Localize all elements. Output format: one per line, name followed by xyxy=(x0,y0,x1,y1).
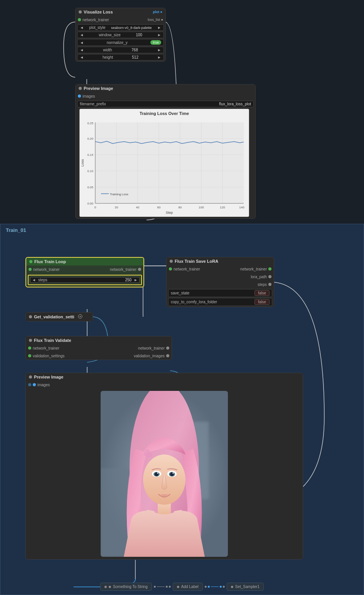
filename-prefix-field: filename_prefix flux_lora_loss_plot xyxy=(77,101,254,107)
connector-dots-2 xyxy=(203,586,227,588)
preview-image-title: Preview Image xyxy=(34,375,63,379)
something-to-string-label: Something To String xyxy=(113,585,148,589)
steps-decrease[interactable]: ◄ xyxy=(32,278,36,282)
connector-dots-1 xyxy=(152,586,173,588)
get-validation-node: Get_validation_setti + xyxy=(25,312,93,321)
svg-point-42 xyxy=(157,472,158,474)
flux-train-save-lora-node: Flux Train Save LoRA network_trainer net… xyxy=(166,257,274,307)
set-sampler1-node: Set_Sampler1 xyxy=(227,583,264,591)
flux-save-lora-title: Flux Train Save LoRA xyxy=(175,259,218,264)
flux-train-validate-node: Flux Train Validate network_trainer netw… xyxy=(25,336,172,360)
height-field: ◄ height 512 ► xyxy=(77,54,164,61)
svg-text:0.05: 0.05 xyxy=(87,186,93,189)
bottom-nodes-bar: Something To String Add Label Set_Sample… xyxy=(100,583,264,591)
normalize-y-field: ◄ normalize_y true xyxy=(77,39,164,46)
preview-generated-image xyxy=(101,391,228,557)
chart-svg: 0.00 0.05 0.10 0.15 0.20 0.25 0 20 40 60… xyxy=(80,117,249,219)
validate-settings-row: validation_settings validation_images xyxy=(26,352,172,360)
save-lora-path-row: lora_path xyxy=(167,273,274,281)
preview-image-svg xyxy=(101,391,228,557)
steps-increase[interactable]: ► xyxy=(134,278,138,282)
network-trainer-row: network_trainer loss_list ● xyxy=(76,16,165,24)
train-01-panel: Train_01 Flux Train Loop network_trainer… xyxy=(0,224,364,595)
svg-point-46 xyxy=(172,472,174,474)
svg-text:140: 140 xyxy=(239,206,244,209)
visualize-loss-node: Visualize Loss plot ● network_trainer lo… xyxy=(75,8,166,62)
save-image-header: Preview Image xyxy=(76,85,255,92)
svg-text:0.25: 0.25 xyxy=(87,122,93,125)
flux-train-loop-title: Flux Train Loop xyxy=(34,259,66,264)
flux-train-loop-node: Flux Train Loop network_trainer network_… xyxy=(25,257,144,287)
expand-icon[interactable]: + xyxy=(78,314,83,319)
flux-train-loop-header: Flux Train Loop xyxy=(26,258,143,265)
save-state-field: save_state false xyxy=(168,289,272,297)
add-label-node: Add Label xyxy=(173,583,203,591)
save-lora-steps-row: steps xyxy=(167,281,274,288)
steps-value: 250 xyxy=(125,278,131,282)
svg-text:0.10: 0.10 xyxy=(87,169,93,173)
add-label-label: Add Label xyxy=(181,585,199,589)
preview-image-header: Preview Image xyxy=(26,373,303,381)
svg-text:120: 120 xyxy=(220,206,225,209)
save-image-title: Preview Image xyxy=(84,86,113,91)
visualize-loss-title: Visualize Loss xyxy=(84,10,113,14)
steps-label: steps xyxy=(38,278,123,282)
panel-title: Train_01 xyxy=(6,227,26,233)
flux-validate-title: Flux Train Validate xyxy=(34,338,71,343)
something-to-string-node: Something To String xyxy=(100,583,152,591)
svg-text:Loss: Loss xyxy=(81,159,84,167)
window-size-field: ◄ window_size 100 ► xyxy=(77,32,164,38)
plot-style-field: ◄ plot_style seaborn-v0_8-dark-palette ► xyxy=(77,24,164,31)
svg-text:20: 20 xyxy=(115,206,118,209)
preview-image-node: Preview Image images xyxy=(25,373,303,560)
steps-highlighted-field: ◄ steps 250 ► xyxy=(28,275,142,285)
chart-title: Training Loss Over Time xyxy=(80,109,249,117)
visualize-loss-header: Visualize Loss plot ● xyxy=(76,8,165,16)
svg-text:0.00: 0.00 xyxy=(87,202,93,205)
save-image-node: Preview Image images filename_prefix flu… xyxy=(75,84,256,219)
validate-network-row: network_trainer network_trainer xyxy=(26,344,172,352)
svg-text:+: + xyxy=(79,315,81,318)
save-lora-network-row: network_trainer network_trainer xyxy=(167,265,274,273)
images-row: images xyxy=(76,92,255,100)
width-field: ◄ width 768 ► xyxy=(77,47,164,53)
svg-text:100: 100 xyxy=(199,206,204,209)
svg-text:0.20: 0.20 xyxy=(87,137,93,140)
flux-save-lora-header: Flux Train Save LoRA xyxy=(167,257,274,265)
top-section: Visualize Loss plot ● network_trainer lo… xyxy=(0,0,364,224)
svg-text:60: 60 xyxy=(157,206,161,209)
get-validation-header: Get_validation_setti + xyxy=(26,313,93,321)
get-validation-title: Get_validation_setti xyxy=(34,314,74,319)
svg-rect-0 xyxy=(95,122,244,203)
svg-text:Training Loss: Training Loss xyxy=(110,193,128,196)
svg-text:80: 80 xyxy=(179,206,182,209)
svg-text:Step: Step xyxy=(166,211,173,215)
flux-validate-header: Flux Train Validate xyxy=(26,336,172,344)
steps-stepper[interactable]: ◄ steps 250 ► xyxy=(30,277,140,283)
svg-text:0.15: 0.15 xyxy=(87,153,93,157)
svg-text:40: 40 xyxy=(136,206,140,209)
svg-text:0: 0 xyxy=(94,206,96,209)
preview-images-row: images xyxy=(26,381,303,389)
copy-to-comfy-field: copy_to_comfy_lora_folder false xyxy=(168,298,272,306)
flux-loop-network-row: network_trainer network_trainer xyxy=(26,265,143,273)
training-loss-chart: Training Loss Over Time xyxy=(79,109,249,217)
set-sampler1-label: Set_Sampler1 xyxy=(235,585,260,589)
